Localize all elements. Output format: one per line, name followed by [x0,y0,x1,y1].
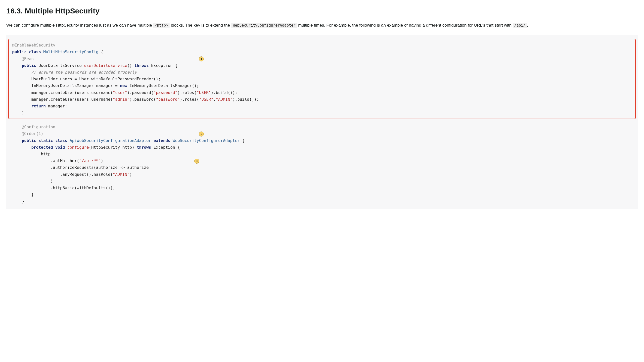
intro-paragraph: We can configure multiple HttpSecurity i… [6,22,638,28]
code-token: void [53,145,68,150]
callout-3: 3 [194,158,199,164]
code-token: @Order(1) [12,131,43,136]
code-token: public [12,50,26,54]
code-token: "user" [113,90,127,95]
code-token: Exception { [151,145,180,150]
code-token: Exception { [149,63,178,68]
code-token: ) [12,179,53,184]
code-token: ).roles( [180,97,199,102]
code-token: manager; [46,104,68,108]
code-token: ).password( [130,97,156,102]
section-heading: 16.3. Multiple HttpSecurity [6,5,638,17]
code-token: class [29,50,41,54]
code-token: () [127,63,134,68]
code-token: ) [101,158,103,163]
code-token: .anyRequest().hasRole( [12,172,113,177]
code-token: http [12,152,50,156]
code-token: .antMatcher( [12,158,79,163]
code-token: , [213,97,216,102]
code-pre: @Configuration @Order(1) 2 public static… [12,124,638,204]
code-token: InMemoryUserDetailsManager(); [127,83,199,88]
code-token: class [53,138,70,143]
code-token: ) [130,172,132,177]
code-token: new [120,83,127,88]
code-token: ).password( [127,90,154,95]
code-token: protected [12,145,53,150]
code-token: throws [137,145,151,150]
code-token: @EnableWebSecurity [12,43,55,48]
intro-text: multiple times. For example, the followi… [297,23,513,28]
code-token: "USER" [197,90,211,95]
code-token: (HttpSecurity http) [89,145,137,150]
code-token: @Bean [12,56,34,61]
code-token: } [12,110,24,115]
code-token: static [36,138,53,143]
code-token: return [12,104,46,108]
intro-text: We can configure multiple HttpSecurity i… [6,23,153,28]
code-token: .httpBasic(withDefaults()); [12,186,115,190]
code-token: "USER" [199,97,213,102]
code-token: configure [68,145,89,150]
code-token: "/api/**" [79,158,101,163]
code-token: "ADMIN" [216,97,232,102]
code-token: @Configuration [12,124,55,129]
code-token: throws [134,63,149,68]
code-token: public [12,63,36,68]
code-token: ).roles( [178,90,197,95]
code-token: ApiWebSecurityConfigurationAdapter [70,138,151,143]
code-token: public [12,138,36,143]
code-token: manager.createUser(users.username( [12,97,113,102]
intro-text: blocks. The key is to extend the [170,23,231,28]
code-token: "password" [154,90,177,95]
inline-code-api: /api/ [513,22,527,28]
code-token: { [240,138,244,143]
code-token: } [12,199,24,204]
code-token: manager.createUser(users.username( [12,90,113,95]
inline-code-http: <http> [153,22,170,28]
code-listing: @EnableWebSecurity public class MultiHtt… [6,35,638,208]
code-token: .authorizeRequests(authorize -> authoriz… [12,165,149,170]
code-token: WebSecurityConfigurerAdapter [172,138,240,143]
code-token: InMemoryUserDetailsManager manager = [12,83,120,88]
intro-text: . [527,23,528,28]
code-token: "admin" [113,97,130,102]
code-token: ).build()); [211,90,238,95]
code-token: ).build()); [232,97,259,102]
callout-1: 1 [199,56,204,62]
code-token: userDetailsService [84,63,127,68]
highlighted-region: @EnableWebSecurity public class MultiHtt… [8,39,636,119]
code-rest: @Configuration @Order(1) 2 public static… [6,119,638,204]
code-token: "password" [156,97,180,102]
code-token: // ensure the passwords are encoded prop… [12,70,137,74]
code-token: "ADMIN" [113,172,130,177]
code-token: extends [151,138,173,143]
code-token: UserDetailsService [36,63,84,68]
code-token: } [12,192,34,197]
inline-code-adapter: WebSecurityConfigurerAdapter [231,22,297,28]
code-pre: @EnableWebSecurity public class MultiHtt… [12,42,635,116]
callout-2: 2 [199,132,204,136]
code-token: MultiHttpSecurityConfig [43,50,98,54]
code-token: { [98,50,103,54]
code-token: UserBuilder users = User.withDefaultPass… [12,76,161,81]
